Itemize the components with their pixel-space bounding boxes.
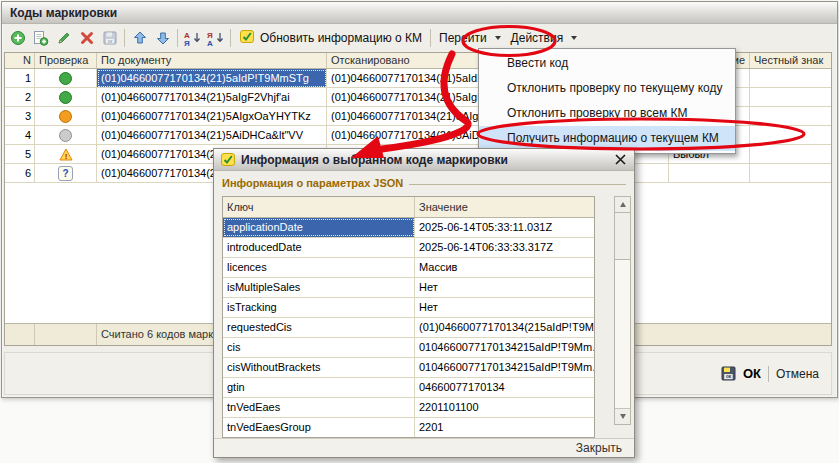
menu-item[interactable]: Отклонить проверку по текущему коду (479, 76, 735, 101)
add-button[interactable] (6, 27, 29, 48)
kv-row[interactable]: licencesМассив (223, 258, 594, 278)
update-km-button[interactable]: Обновить информацию о КМ (234, 27, 427, 48)
kv-row[interactable]: gtin04660077170134 (223, 378, 594, 398)
key-cell: applicationDate (223, 218, 415, 237)
toolbar-separator (124, 29, 125, 47)
kv-row[interactable]: isMultipleSalesНет (223, 278, 594, 298)
add-icon (10, 30, 26, 46)
close-icon (615, 154, 626, 165)
value-cell: 2201 (415, 418, 594, 437)
menu-item[interactable]: Отклонить проверку по всем КМ (479, 101, 735, 126)
value-cell: Нет (415, 298, 594, 317)
row-number-cell: 1 (5, 69, 35, 88)
value-cell: 2025-06-14T06:33:33.317Z (415, 238, 594, 257)
green-status-icon (59, 91, 72, 104)
sort-asc-button[interactable]: АЯ (181, 27, 204, 48)
dialog-titlebar[interactable]: Информация о выбранном коде маркировки (214, 149, 634, 171)
key-cell: tnVedEaesGroup (223, 418, 415, 437)
svg-text:А: А (207, 38, 213, 46)
move-up-icon (132, 30, 148, 46)
scroll-up-button[interactable] (615, 197, 630, 213)
column-header-n[interactable]: N (5, 53, 35, 68)
move-up-button[interactable] (128, 27, 151, 48)
actions-menu: Ввести кодОтклонить проверку по текущему… (478, 48, 736, 154)
value-cell: Нет (415, 278, 594, 297)
kv-row[interactable]: applicationDate2025-06-14T05:33:11.031Z (223, 218, 594, 238)
chevron-down-icon (495, 36, 501, 40)
copy-button[interactable] (29, 27, 52, 48)
honest-sign-cell (750, 69, 831, 88)
key-cell: cis (223, 338, 415, 357)
save-ok-button[interactable]: ок (98, 27, 121, 48)
row-number-cell: 3 (5, 107, 35, 126)
key-cell: requestedCis (223, 318, 415, 337)
kv-row[interactable]: tnVedEaes2201101100 (223, 398, 594, 418)
kv-row[interactable]: cis0104660077170134215aIdP!T9Mm… (223, 338, 594, 358)
button-divider (768, 366, 769, 382)
sort-desc-button[interactable]: ЯА (204, 27, 227, 48)
menu-item[interactable]: Ввести код (479, 51, 735, 76)
key-cell: isMultipleSales (223, 278, 415, 297)
doc-code-cell: (01)04660077170134(21)5AIgxOaYHYTKz (97, 107, 327, 126)
triangle-down-icon (620, 414, 626, 419)
doc-code-cell: (01)04660077170134(21)5aIdP!T9MmSTg (97, 69, 327, 88)
toolbar-separator (177, 29, 178, 47)
warning-status-icon: ! (59, 148, 73, 161)
kv-row[interactable]: tnVedEaesGroup2201 (223, 418, 594, 437)
row-number-cell: 4 (5, 126, 35, 145)
move-down-button[interactable] (151, 27, 174, 48)
key-cell: introducedDate (223, 238, 415, 257)
honest-sign-cell (750, 107, 831, 126)
scroll-thumb[interactable] (615, 212, 630, 260)
honest-sign-cell (750, 145, 831, 164)
floppy-ok-icon: ок (721, 366, 736, 381)
edit-button[interactable] (52, 27, 75, 48)
doc-code-cell: (01)04660077170134(21)5aIgF2Vhjf'ai (97, 88, 327, 107)
value-column-header[interactable]: Значение (415, 197, 594, 217)
window-titlebar[interactable]: Коды маркировки (2, 2, 837, 24)
ok-button[interactable]: ОК (743, 366, 761, 381)
window-title: Коды маркировки (10, 6, 117, 20)
scroll-down-button[interactable] (615, 408, 630, 424)
dialog-close-button[interactable] (612, 152, 628, 168)
key-column-header[interactable]: Ключ (223, 197, 415, 217)
json-group-title: Информация о параметрах JSON (222, 177, 403, 189)
key-cell: licences (223, 258, 415, 277)
kv-row[interactable]: introducedDate2025-06-14T06:33:33.317Z (223, 238, 594, 258)
goto-button[interactable]: Перейти (434, 27, 506, 48)
kv-row[interactable]: isTrackingНет (223, 298, 594, 318)
group-divider-line (409, 184, 626, 185)
save-ok-icon: ок (102, 30, 118, 46)
value-cell: 0104660077170134215aIdP!T9Mm… (415, 338, 594, 357)
copy-icon (32, 30, 49, 46)
close-dialog-button[interactable]: Закрыть (576, 441, 622, 455)
orange-status-icon (59, 110, 72, 123)
check-status-cell (35, 126, 97, 145)
km-check-icon (239, 29, 255, 47)
sort-desc-icon: ЯА (206, 30, 225, 46)
dialog-title: Информация о выбранном коде маркировки (241, 153, 508, 167)
delete-icon (79, 30, 95, 46)
kv-row[interactable]: requestedCis(01)04660077170134(215aIdP!T… (223, 318, 594, 338)
column-header-document[interactable]: По документу (97, 53, 327, 68)
value-cell: (01)04660077170134(215aIdP!T9M… (415, 318, 594, 337)
dialog-footer: Закрыть (214, 438, 634, 457)
cancel-button[interactable]: Отмена (776, 367, 819, 381)
json-params-group: Информация о параметрах JSON (222, 177, 626, 189)
value-cell: 2025-06-14T05:33:11.031Z (415, 218, 594, 237)
column-header-check[interactable]: Проверка (35, 53, 97, 68)
check-status-cell: ? (35, 164, 97, 183)
actions-button[interactable]: Действия (506, 27, 583, 48)
honest-sign-cell (750, 164, 831, 183)
kv-row[interactable]: cisWithoutBrackets0104660077170134215aId… (223, 358, 594, 378)
question-status-icon: ? (58, 166, 73, 181)
triangle-up-icon (620, 202, 626, 207)
kv-scrollbar[interactable] (614, 196, 631, 425)
column-header-honest-sign[interactable]: Честный знак (750, 53, 831, 68)
toolbar-separator (230, 29, 231, 47)
svg-text:ок: ок (107, 38, 112, 43)
delete-button[interactable] (75, 27, 98, 48)
row-number-cell: 6 (5, 164, 35, 183)
check-status-cell (35, 88, 97, 107)
move-down-icon (155, 30, 171, 46)
